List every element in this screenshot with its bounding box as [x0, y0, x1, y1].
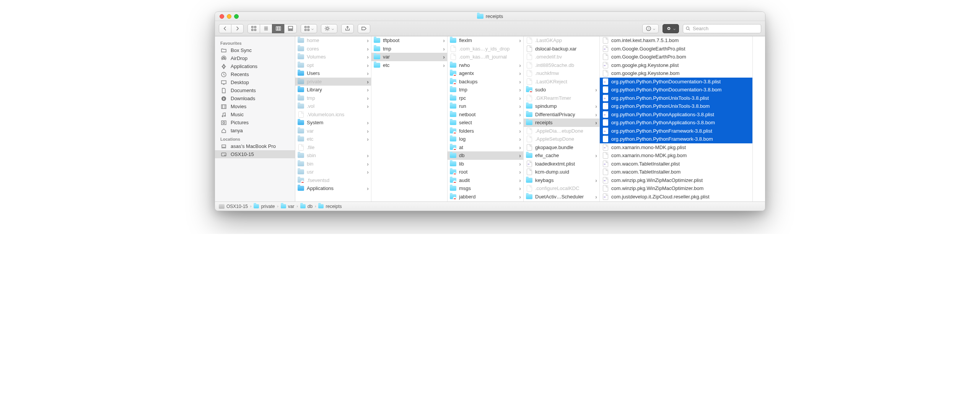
- folder-row[interactable]: usr›: [295, 168, 371, 176]
- column[interactable]: flexlm›.com_kas…y_ids_drop.com_kas…ift_j…: [448, 36, 524, 201]
- file-row[interactable]: .AppleDia…etupDone: [524, 127, 599, 135]
- folder-row[interactable]: cores›: [295, 45, 371, 53]
- folder-row[interactable]: bin›: [295, 160, 371, 168]
- folder-row[interactable]: Applications›: [295, 184, 371, 193]
- file-row[interactable]: dslocal-backup.xar: [524, 45, 599, 53]
- folder-row[interactable]: keybags›: [524, 176, 599, 185]
- sidebar-item[interactable]: Downloads: [215, 94, 295, 102]
- folder-row[interactable]: etc›: [295, 135, 371, 143]
- folder-row[interactable]: etc›: [371, 61, 447, 70]
- privacy-button[interactable]: ⌵: [663, 24, 679, 33]
- folder-row[interactable]: System›: [295, 119, 371, 127]
- file-row[interactable]: gkopaque.bundle: [524, 143, 599, 152]
- tags-button[interactable]: [358, 24, 370, 33]
- folder-row[interactable]: var›: [295, 127, 371, 135]
- forward-button[interactable]: [231, 24, 244, 33]
- file-row[interactable]: .intl8859cache.db: [524, 61, 599, 70]
- path-crumb[interactable]: OSX10-15: [219, 204, 248, 209]
- path-crumb[interactable]: private: [254, 204, 275, 209]
- file-row[interactable]: ‹›com.justdevelop.it.ZipCloud.reseller.p…: [600, 193, 752, 201]
- folder-row[interactable]: tftpboot›: [371, 36, 447, 45]
- folder-row[interactable]: msgs›: [448, 184, 523, 193]
- folder-row[interactable]: flexlm›: [448, 36, 523, 45]
- sidebar-item[interactable]: Music: [215, 110, 295, 119]
- sidebar-item[interactable]: Desktop: [215, 78, 295, 86]
- folder-row[interactable]: tmp›: [371, 45, 447, 53]
- file-row[interactable]: com.google.pkg.Keystone.bom: [600, 69, 752, 78]
- file-row[interactable]: org.python.Python.PythonFramework-3.8.bo…: [600, 135, 752, 143]
- folder-row[interactable]: Volumes›: [295, 53, 371, 61]
- column[interactable]: com.intel.kext.haxm.7.5.1.bom‹›com.Googl…: [600, 36, 753, 201]
- view-list-button[interactable]: [260, 24, 272, 33]
- folder-row[interactable]: rwho›: [448, 61, 523, 70]
- folder-row[interactable]: .vol›: [295, 102, 371, 110]
- file-row[interactable]: com.wacom.TabletInstaller.bom: [600, 168, 752, 176]
- folder-row[interactable]: .fseventsd: [295, 176, 371, 185]
- sidebar-item[interactable]: Documents: [215, 86, 295, 94]
- sidebar-item[interactable]: Movies: [215, 102, 295, 110]
- file-row[interactable]: ‹›org.python.Python.PythonDocumentation-…: [600, 78, 752, 86]
- arrange-button[interactable]: ⌵: [301, 24, 317, 33]
- path-crumb[interactable]: receipts: [318, 204, 342, 209]
- folder-row[interactable]: home›: [295, 36, 371, 45]
- folder-row[interactable]: tmp›: [448, 86, 523, 94]
- folder-row[interactable]: run›: [448, 102, 523, 110]
- column[interactable]: home›cores›Volumes›opt›Users›private›Lib…: [295, 36, 371, 201]
- folder-row[interactable]: Users›: [295, 69, 371, 78]
- sidebar-item[interactable]: Applications: [215, 62, 295, 70]
- file-row[interactable]: ‹›com.xamarin.mono-MDK.pkg.plist: [600, 143, 752, 152]
- folder-row[interactable]: rpc›: [448, 94, 523, 102]
- folder-row[interactable]: efw_cache›: [524, 151, 599, 160]
- back-button[interactable]: [219, 24, 231, 33]
- path-crumb[interactable]: var: [281, 204, 295, 209]
- folder-row[interactable]: jabberd›: [448, 193, 523, 201]
- folder-row[interactable]: receipts›: [524, 119, 599, 127]
- folder-row[interactable]: sudo›: [524, 86, 599, 94]
- file-row[interactable]: .LastGKReject: [524, 78, 599, 86]
- folder-row[interactable]: backups›: [448, 78, 523, 86]
- file-row[interactable]: kcm-dump.uuid: [524, 168, 599, 176]
- file-row[interactable]: ‹›org.python.Python.PythonApplications-3…: [600, 110, 752, 119]
- file-row[interactable]: .configureLocalKDC: [524, 184, 599, 193]
- sidebar-item[interactable]: tanya: [215, 127, 295, 135]
- file-row[interactable]: .file: [295, 143, 371, 152]
- file-row[interactable]: .com_kas…ift_journal: [448, 53, 523, 61]
- folder-row[interactable]: lib›: [448, 160, 523, 168]
- sidebar-item[interactable]: Box Sync: [215, 46, 295, 54]
- file-row[interactable]: .GKRearmTimer: [524, 94, 599, 102]
- file-row[interactable]: com.xamarin.mono-MDK.pkg.bom: [600, 151, 752, 160]
- folder-row[interactable]: var›: [371, 53, 447, 61]
- file-row[interactable]: ‹›com.winzip.pkg.WinZipMacOptimizer.plis…: [600, 176, 752, 185]
- column[interactable]: .LastGKAppdslocal-backup.xar.omedelif.bv…: [524, 36, 600, 201]
- sidebar-item[interactable]: AirDrop: [215, 54, 295, 62]
- file-row[interactable]: .AppleSetupDone: [524, 135, 599, 143]
- path-crumb[interactable]: db: [300, 204, 313, 209]
- file-row[interactable]: ‹›loadedkextmt.plist: [524, 160, 599, 168]
- folder-row[interactable]: netboot›: [448, 110, 523, 119]
- folder-row[interactable]: sbin›: [295, 151, 371, 160]
- file-row[interactable]: org.python.Python.PythonApplications-3.8…: [600, 119, 752, 127]
- file-row[interactable]: ‹›com.Google.GoogleEarthPro.plist: [600, 45, 752, 53]
- folder-row[interactable]: folders›: [448, 127, 523, 135]
- file-row[interactable]: ‹›org.python.Python.PythonFramework-3.8.…: [600, 127, 752, 135]
- folder-row[interactable]: DuetActiv…Scheduler›: [524, 193, 599, 201]
- share-button[interactable]: [341, 24, 354, 33]
- sidebar-item[interactable]: OSX10-15: [215, 150, 295, 158]
- file-row[interactable]: com.intel.kext.haxm.7.5.1.bom: [600, 36, 752, 45]
- file-row[interactable]: .LastGKApp: [524, 36, 599, 45]
- folder-row[interactable]: audit›: [448, 176, 523, 185]
- folder-row[interactable]: at›: [448, 143, 523, 152]
- folder-row[interactable]: opt›: [295, 61, 371, 70]
- folder-row[interactable]: root›: [448, 168, 523, 176]
- help-button[interactable]: ?⌵: [642, 24, 659, 33]
- folder-row[interactable]: tmp›: [295, 94, 371, 102]
- file-row[interactable]: org.python.Python.PythonUnixTools-3.8.bo…: [600, 102, 752, 110]
- file-row[interactable]: .omedelif.bv: [524, 53, 599, 61]
- view-gallery-button[interactable]: [284, 24, 297, 33]
- sidebar-item[interactable]: asas's MacBook Pro: [215, 142, 295, 150]
- file-row[interactable]: com.winzip.pkg.WinZipMacOptimizer.bom: [600, 184, 752, 193]
- folder-row[interactable]: db›: [448, 151, 523, 160]
- folder-row[interactable]: DifferentialPrivacy›: [524, 110, 599, 119]
- file-row[interactable]: com.Google.GoogleEarthPro.bom: [600, 53, 752, 61]
- view-column-button[interactable]: [272, 24, 284, 33]
